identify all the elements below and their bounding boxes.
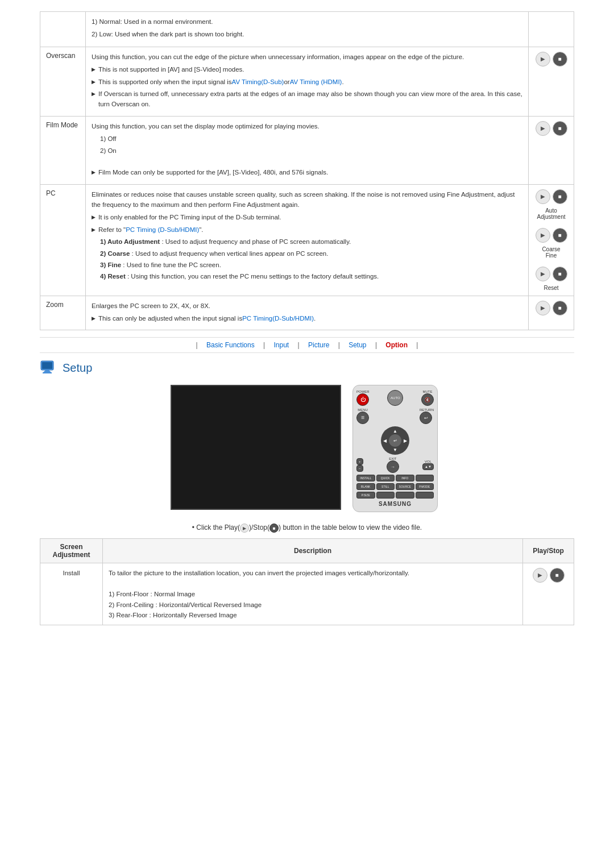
setup-title-text: Setup	[63, 362, 92, 375]
svg-rect-1	[42, 362, 52, 369]
nav-input[interactable]: Input	[274, 341, 289, 349]
table-row-zoom: Zoom Enlarges the PC screen to 2X, 4X, o…	[40, 296, 574, 330]
still-button[interactable]: STILL	[376, 483, 395, 490]
install-intro: To tailor the picture to the installatio…	[109, 568, 517, 578]
table-row-overscan: Overscan Using this function, you can cu…	[40, 47, 574, 116]
pc-timing-zoom-link: PC Timing(D-Sub/HDMI)	[242, 313, 314, 323]
mute-button[interactable]: 🔇	[421, 393, 434, 406]
menu-label: MENU	[356, 408, 369, 412]
nav-option[interactable]: Option	[385, 341, 408, 349]
nav-basic-functions[interactable]: Basic Functions	[206, 341, 255, 349]
vol-button[interactable]: ▲▼	[422, 463, 434, 470]
power-label: POWER	[356, 390, 370, 393]
play-button-film[interactable]: ▶	[536, 121, 550, 136]
overscan-play-stop: ▶ ■	[534, 52, 568, 67]
nav-separator-4: |	[338, 341, 340, 349]
psize-button[interactable]: P.SIZE	[356, 492, 375, 499]
setup-icon	[40, 360, 58, 376]
row-label-empty	[40, 12, 86, 47]
samsung-logo: SAMSUNG	[356, 501, 434, 507]
page-container: 1) Normal: Used in a normal environment.…	[0, 11, 614, 625]
stop-button-install[interactable]: ■	[550, 568, 565, 583]
play-button-pc-cf[interactable]: ▶	[536, 228, 550, 243]
left-arrow-icon[interactable]: ◀	[383, 438, 387, 443]
th-description: Description	[103, 539, 523, 563]
stop-button-pc-reset[interactable]: ■	[553, 267, 567, 281]
remote-control: POWER ⏻ AUTO MUTE 🔇 MENU ☰	[352, 385, 438, 512]
nav-setup[interactable]: Setup	[349, 341, 366, 349]
coarse-fine-label: CoarseFine	[534, 246, 568, 259]
nav-separator-6: |	[416, 341, 418, 349]
install-play-stop: ▶ ■	[529, 568, 568, 583]
quick-button[interactable]: QUICK	[376, 475, 395, 481]
exit-button[interactable]: →	[387, 460, 399, 473]
tv-screen-image	[171, 385, 341, 510]
table-row: 1) Normal: Used in a normal environment.…	[40, 12, 574, 47]
return-label: RETURN	[420, 408, 434, 412]
play-button-pc-reset[interactable]: ▶	[536, 267, 550, 281]
stop-button-film[interactable]: ■	[553, 121, 567, 136]
play-button-zoom[interactable]: ▶	[536, 301, 550, 315]
info-button[interactable]: INFO	[396, 475, 414, 481]
empty-btn-2	[376, 492, 395, 499]
pc-icons: ▶ ■ AutoAdjustment ▶ ■ CoarseFine ▶ ■	[529, 184, 574, 296]
pc-label: PC	[40, 184, 86, 296]
remote-container: POWER ⏻ AUTO MUTE 🔇 MENU ☰	[352, 385, 443, 512]
remote-small-row-2: BLANK STILL SOURCE P.MODE	[356, 483, 434, 490]
nav-separator-1: |	[196, 341, 198, 349]
remote-nav-area: ▲ ▼ ◀ ▶ ↵	[356, 426, 434, 455]
right-arrow-icon[interactable]: ▶	[404, 438, 407, 443]
nav-separator-5: |	[375, 341, 377, 349]
setup-content-area: POWER ⏻ AUTO MUTE 🔇 MENU ☰	[40, 385, 574, 512]
stop-button-pc-cf[interactable]: ■	[553, 228, 567, 243]
pc-play-stop-auto: ▶ ■	[534, 189, 568, 204]
table-row-film-mode: Film Mode Using this function, you can s…	[40, 116, 574, 184]
film-mode-content: Using this function, you can set the dis…	[86, 116, 529, 184]
pmode-button[interactable]: P.MODE	[416, 483, 434, 490]
overscan-bullet-2: This is supported only when the input si…	[92, 77, 522, 87]
nav-picture[interactable]: Picture	[308, 341, 329, 349]
play-button-install[interactable]: ▶	[533, 568, 547, 583]
nav-separator-3: |	[298, 341, 300, 349]
pc-bullet-1: It is only enabled for the PC Timing inp…	[92, 212, 522, 222]
up-arrow-icon[interactable]: ▲	[393, 429, 397, 434]
install-icons: ▶ ■	[523, 563, 574, 625]
install-label: Install	[40, 563, 103, 625]
play-button-pc-auto[interactable]: ▶	[536, 189, 550, 204]
enter-icon: ↵	[393, 438, 397, 443]
table-row-install: Install To tailor the picture to the ins…	[40, 563, 574, 625]
vol-group: + −	[356, 458, 363, 472]
nav-ring: ▲ ▼ ◀ ▶ ↵	[381, 426, 409, 455]
table-row-pc: PC Eliminates or reduces noise that caus…	[40, 184, 574, 296]
blank-button[interactable]: BLANK	[356, 483, 375, 490]
menu-button[interactable]: ☰	[356, 412, 369, 424]
pc-fine: 3) Fine : Used to fine tune the PC scree…	[92, 260, 522, 270]
return-button[interactable]: ↩	[420, 412, 432, 424]
source-button[interactable]: SOURCE	[396, 483, 414, 490]
overscan-icons: ▶ ■	[529, 47, 574, 116]
install-button[interactable]: INSTALL	[356, 475, 375, 481]
stop-button[interactable]: ■	[553, 52, 567, 67]
film-mode-label: Film Mode	[40, 116, 86, 184]
svg-rect-3	[43, 372, 52, 373]
low-line: 2) Low: Used when the dark part is shown…	[92, 29, 522, 39]
stop-button-pc-auto[interactable]: ■	[553, 189, 567, 204]
vol-down-button[interactable]: −	[356, 465, 363, 472]
stop-button-zoom[interactable]: ■	[553, 301, 567, 315]
install-item-3: 3) Rear-Floor : Horizontally Reversed Im…	[109, 610, 517, 620]
power-button[interactable]: ⏻	[356, 393, 369, 406]
remote-menu-row: MENU ☰ RETURN ↩	[356, 408, 434, 424]
setup-title-area: Setup	[40, 360, 574, 376]
bottom-content-table: Screen Adjustment Description Play/Stop …	[40, 538, 574, 625]
vol-up-button[interactable]: +	[356, 458, 363, 465]
install-item-1: 1) Front-Floor : Normal Image	[109, 589, 517, 599]
play-button[interactable]: ▶	[536, 52, 550, 67]
nav-center-button[interactable]: ↵	[389, 434, 401, 447]
film-mode-off: 1) Off	[92, 134, 522, 144]
down-arrow-icon[interactable]: ▼	[393, 447, 397, 452]
zoom-play-stop: ▶ ■	[534, 301, 568, 315]
zoom-content: Enlarges the PC screen to 2X, 4X, or 8X.…	[86, 296, 529, 330]
empty-btn-3	[396, 492, 414, 499]
auto-button[interactable]: AUTO	[387, 390, 403, 406]
film-mode-icons: ▶ ■	[529, 116, 574, 184]
